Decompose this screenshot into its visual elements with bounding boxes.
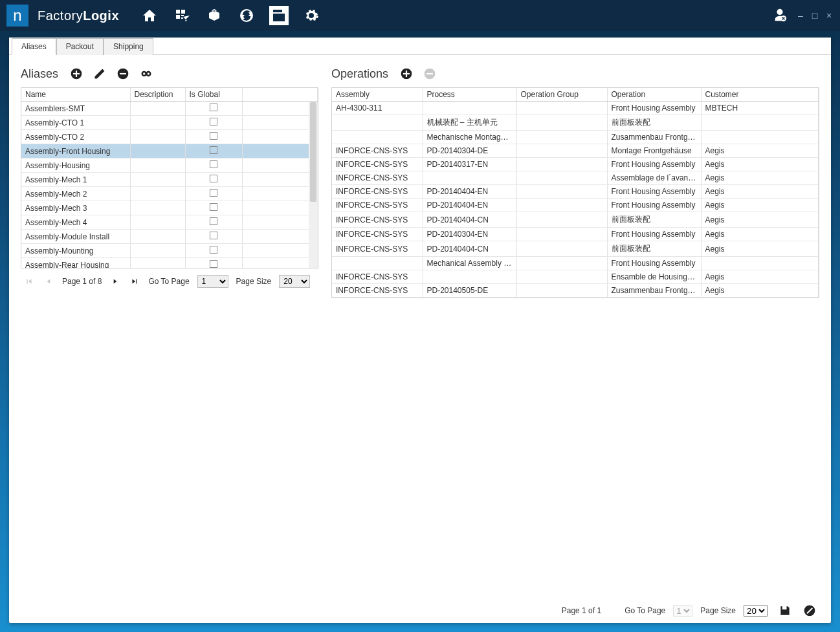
operations-add-button[interactable] [400, 67, 413, 80]
content-area: Aliases NameDescriptionIs Global Assembl… [9, 55, 831, 623]
operations-row[interactable]: Mechanische Montage -...Zusammenbau Fron… [332, 131, 819, 144]
global-checkbox[interactable] [210, 203, 217, 211]
operations-goto-select[interactable]: 1 [673, 605, 692, 617]
aliases-row[interactable]: Assembly-Module Install [21, 230, 318, 244]
top-toolbar [140, 6, 321, 25]
box-arrow-icon[interactable] [204, 6, 224, 25]
window-close[interactable]: × [824, 10, 834, 21]
operations-row[interactable]: INFORCE-CNS-SYSPD-20140304-ENFront Housi… [332, 228, 819, 241]
tabstrip: AliasesPackoutShipping [9, 38, 831, 55]
aliases-goto-label: Go To Page [148, 277, 189, 286]
operations-col-header[interactable]: Assembly [332, 88, 423, 102]
aliases-edit-button[interactable] [93, 67, 106, 80]
operations-row[interactable]: INFORCE-CNS-SYSPD-20140304-DEMontage Fro… [332, 144, 819, 158]
aliases-row[interactable]: Assembly-Housing [21, 158, 318, 173]
svg-point-8 [143, 72, 145, 74]
aliases-add-button[interactable] [70, 67, 83, 80]
global-checkbox[interactable] [210, 160, 217, 168]
window-maximize[interactable]: □ [810, 10, 819, 21]
global-checkbox[interactable] [210, 189, 217, 197]
aliases-size-select[interactable]: 20 [279, 275, 310, 288]
footer: Page 1 of 1 Go To Page 1 Page Size 20 [546, 604, 817, 618]
tab-aliases[interactable]: Aliases [12, 38, 56, 55]
globe-arrows-icon[interactable] [237, 6, 256, 25]
aliases-row[interactable]: Assemblers-SMT [21, 102, 318, 116]
aliases-grid[interactable]: NameDescriptionIs Global Assemblers-SMTA… [21, 88, 318, 268]
app-logo-text: FactoryLogix [38, 8, 119, 23]
aliases-goto-select[interactable]: 1 [197, 275, 228, 288]
global-checkbox[interactable] [210, 175, 217, 182]
operations-panel: Operations AssemblyProcessOperation Grou… [331, 64, 819, 614]
operations-col-header[interactable]: Operation [607, 88, 701, 102]
global-checkbox[interactable] [210, 146, 217, 154]
user-menu-icon[interactable] [773, 8, 787, 24]
aliases-prev-page[interactable] [43, 276, 54, 287]
gear-icon[interactable] [302, 6, 321, 25]
aliases-row[interactable]: Assembly-Mounting [21, 244, 318, 258]
operations-row[interactable]: INFORCE-CNS-SYSPD-20140404-CN前面板装配Aegis [332, 241, 819, 257]
operations-header-row: AssemblyProcessOperation GroupOperationC… [332, 88, 819, 102]
operations-row[interactable]: INFORCE-CNS-SYSAssemblage de l´avant...A… [332, 171, 819, 185]
operations-col-header[interactable]: Operation Group [516, 88, 607, 102]
aliases-view-button[interactable] [140, 67, 153, 80]
operations-row[interactable]: INFORCE-CNS-SYSPD-20140404-ENFront Housi… [332, 199, 819, 212]
window-minimize[interactable]: – [796, 10, 805, 21]
aliases-row[interactable]: Assembly-CTO 1 [21, 116, 318, 130]
aliases-page-status: Page 1 of 8 [62, 277, 102, 286]
operations-col-header[interactable]: Customer [701, 88, 819, 102]
aliases-col-header[interactable]: Name [21, 88, 130, 102]
tab-shipping[interactable]: Shipping [104, 38, 153, 55]
operations-row[interactable]: Mechanical Assembly - C...Front Housing … [332, 257, 819, 270]
aliases-last-page[interactable] [129, 276, 140, 287]
aliases-remove-button[interactable] [116, 67, 129, 80]
aliases-first-page[interactable] [23, 276, 35, 287]
global-checkbox[interactable] [210, 260, 217, 268]
aliases-row[interactable]: Assembly-Mech 1 [21, 173, 318, 187]
aliases-col-header[interactable]: Description [130, 88, 185, 102]
aliases-col-header[interactable] [242, 88, 318, 102]
operations-row[interactable]: INFORCE-CNS-SYSPD-20140404-ENFront Housi… [332, 185, 819, 199]
operations-row[interactable]: INFORCE-CNS-SYSPD-20140505-DEZusammenbau… [332, 284, 819, 298]
aliases-next-page[interactable] [109, 276, 121, 287]
operations-row[interactable]: INFORCE-CNS-SYSEnsamble de Housing Fr...… [332, 270, 819, 284]
global-checkbox[interactable] [210, 132, 217, 140]
aliases-row[interactable]: Assembly-CTO 2 [21, 130, 318, 144]
global-checkbox[interactable] [210, 232, 217, 239]
operations-row[interactable]: INFORCE-CNS-SYSPD-20140404-CN前面板装配Aegis [332, 212, 819, 228]
aliases-row[interactable]: Assembly-Mech 4 [21, 215, 318, 230]
operations-grid-wrap: AssemblyProcessOperation GroupOperationC… [331, 87, 819, 298]
operations-remove-button[interactable] [423, 67, 436, 80]
global-checkbox[interactable] [210, 246, 217, 254]
operations-col-header[interactable]: Process [423, 88, 516, 102]
save-button[interactable] [778, 604, 792, 618]
operations-size-select[interactable]: 20 [744, 605, 768, 617]
aliases-size-label: Page Size [236, 277, 272, 286]
aliases-row[interactable]: Assembly-Mech 3 [21, 201, 318, 215]
aliases-pager: Page 1 of 8 Go To Page 1 Page Size 20 [21, 268, 318, 288]
global-checkbox[interactable] [210, 217, 217, 225]
report-icon[interactable] [269, 6, 289, 25]
operations-goto-label: Go To Page [624, 606, 665, 615]
aliases-grid-wrap: NameDescriptionIs Global Assemblers-SMTA… [21, 87, 318, 268]
operations-row[interactable]: AH-4300-311Front Housing AssemblyMBTECH [332, 102, 819, 115]
aliases-scrollbar[interactable] [309, 102, 318, 268]
operations-size-label: Page Size [700, 606, 736, 615]
window-controls: – □ × [796, 10, 834, 21]
tab-packout[interactable]: Packout [56, 38, 104, 55]
operations-row[interactable]: 机械装配 – 主机单元前面板装配 [332, 115, 819, 131]
operations-grid[interactable]: AssemblyProcessOperation GroupOperationC… [332, 88, 819, 298]
aliases-row[interactable]: Assembly-Rear Housing [21, 258, 318, 269]
operations-row[interactable]: INFORCE-CNS-SYSPD-20140317-ENFront Housi… [332, 158, 819, 171]
cancel-button[interactable] [802, 604, 817, 618]
operations-page-status: Page 1 of 1 [562, 606, 601, 615]
global-checkbox[interactable] [210, 104, 217, 111]
svg-rect-5 [120, 73, 126, 74]
global-checkbox[interactable] [210, 118, 217, 125]
grid-pencil-icon[interactable] [172, 6, 192, 25]
aliases-header-row: NameDescriptionIs Global [21, 88, 318, 102]
svg-rect-14 [426, 73, 433, 74]
aliases-col-header[interactable]: Is Global [185, 88, 242, 102]
aliases-row[interactable]: Assembly-Front Housing [21, 144, 318, 158]
home-icon[interactable] [140, 6, 159, 25]
aliases-row[interactable]: Assembly-Mech 2 [21, 187, 318, 201]
